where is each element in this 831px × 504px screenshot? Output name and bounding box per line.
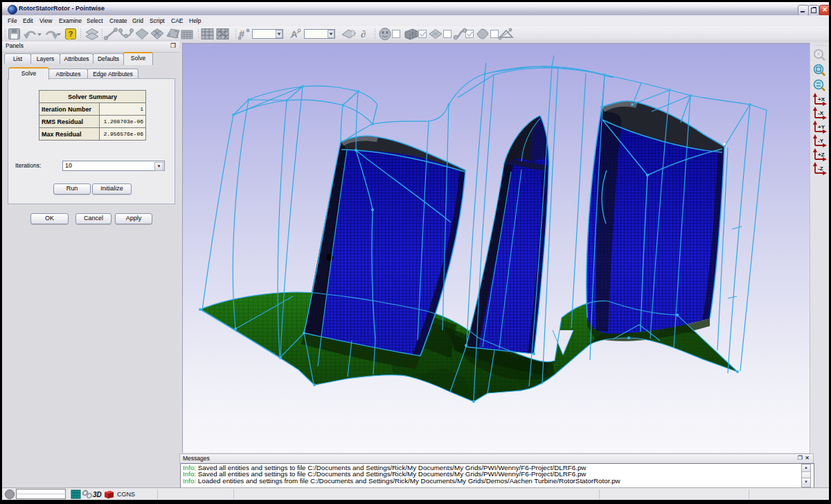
svg-text:-Y: -Y bbox=[818, 138, 824, 144]
svg-text:?: ? bbox=[69, 30, 73, 38]
svg-text:∂: ∂ bbox=[361, 29, 366, 39]
svg-text:-Z: -Z bbox=[818, 165, 823, 172]
svg-text:3D: 3D bbox=[93, 491, 102, 498]
svg-text:-X: -X bbox=[818, 110, 824, 116]
svg-text:CGNS: CGNS bbox=[117, 491, 135, 498]
svg-text:+Z: +Z bbox=[818, 152, 825, 158]
svg-text:A: A bbox=[291, 29, 298, 39]
svg-text:+X: +X bbox=[818, 96, 825, 102]
svg-text:+Y: +Y bbox=[818, 124, 825, 130]
